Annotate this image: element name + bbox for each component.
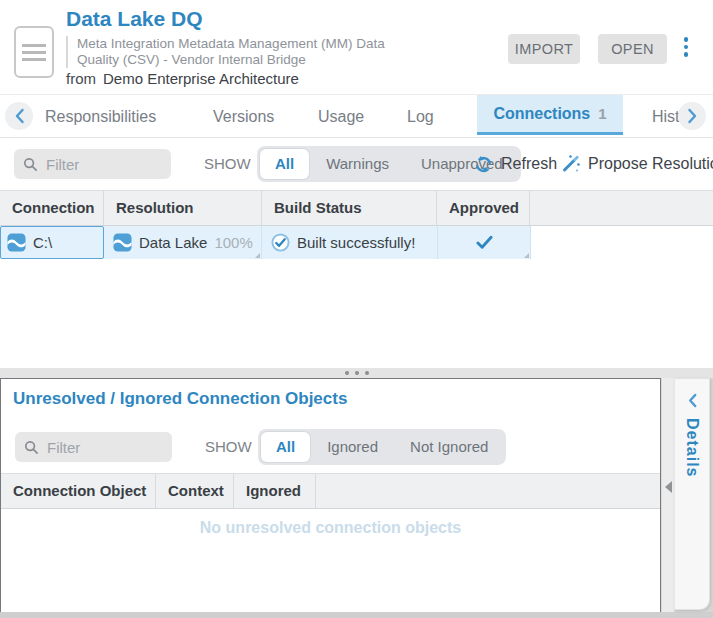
refresh-button[interactable]: Refresh: [474, 138, 557, 190]
unresolved-table-header: Connection Object Context Ignored: [1, 473, 660, 509]
build-status-cell[interactable]: Built successfully!: [262, 226, 438, 259]
approved-cell[interactable]: [438, 226, 531, 259]
search-icon: [23, 157, 38, 172]
segment-not-ignored[interactable]: Not Ignored: [395, 432, 503, 462]
tabs-scroll-left-button[interactable]: [5, 102, 33, 130]
horizontal-splitter-handle[interactable]: [0, 368, 713, 378]
refresh-label: Refresh: [501, 155, 557, 173]
import-button[interactable]: IMPORT: [508, 34, 580, 64]
segment-all[interactable]: All: [260, 149, 309, 179]
tab-log[interactable]: Log: [407, 95, 434, 138]
connections-filter-input[interactable]: [46, 156, 162, 173]
resolution-match-percent: 100%: [214, 234, 252, 251]
details-panel-tab[interactable]: Details: [674, 378, 710, 610]
resolution-cell[interactable]: Data Lake 100%: [104, 226, 262, 259]
cell-resize-corner: [255, 253, 260, 258]
connections-table-header: Connection Resolution Build Status Appro…: [0, 190, 713, 226]
resolution-name: Data Lake: [139, 234, 207, 251]
column-header-build-status[interactable]: Build Status: [262, 191, 437, 225]
chevron-right-icon: [687, 108, 698, 124]
unresolved-filter-box[interactable]: [15, 432, 172, 462]
bridge-subtitle: Meta Integration Metadata Management (MM…: [66, 36, 390, 68]
table-row[interactable]: C:\ Data Lake 100% Built successfully!: [0, 226, 531, 259]
search-icon: [24, 440, 39, 455]
magic-wand-icon: [560, 154, 580, 174]
column-header-ignored[interactable]: Ignored: [234, 474, 316, 508]
segment-warnings[interactable]: Warnings: [311, 149, 404, 179]
bottom-edge-strip: [0, 612, 713, 618]
unresolved-objects-panel: Unresolved / Ignored Connection Objects …: [0, 378, 661, 612]
data-lake-connection-icon: [7, 233, 26, 252]
scrollbar-arrow-icon[interactable]: [665, 481, 672, 493]
page-title: Data Lake DQ: [66, 7, 203, 31]
tab-connections[interactable]: Connections 1: [477, 95, 623, 135]
vertical-scrollbar[interactable]: [661, 378, 674, 612]
connection-name: C:\: [33, 234, 52, 251]
app-window: Data Lake DQ Meta Integration Metadata M…: [0, 0, 713, 618]
details-panel-label: Details: [683, 418, 701, 477]
empty-table-message: No unresolved connection objects: [1, 519, 660, 537]
document-icon: [14, 26, 54, 78]
connections-toolbar: SHOW All Warnings Unapproved Refresh: [0, 138, 713, 190]
column-header-filler: [530, 191, 713, 225]
unresolved-filter-input[interactable]: [47, 439, 163, 456]
from-label: from: [66, 70, 96, 87]
tab-bar: Responsibilities Versions Usage Log Conn…: [0, 94, 713, 138]
tab-connections-count-badge: 1: [598, 105, 606, 122]
expand-left-chevron-icon: [686, 393, 699, 408]
chevron-left-icon: [14, 108, 25, 124]
panel-title: Unresolved / Ignored Connection Objects: [13, 389, 347, 409]
tab-usage[interactable]: Usage: [318, 95, 364, 138]
open-button[interactable]: OPEN: [598, 34, 667, 64]
tab-versions[interactable]: Versions: [213, 95, 274, 138]
segment-all[interactable]: All: [261, 432, 310, 462]
show-label: SHOW: [204, 138, 251, 190]
tabs-scroll-right-button[interactable]: [678, 102, 706, 130]
column-header-filler: [316, 474, 660, 508]
connections-filter-box[interactable]: [14, 149, 171, 179]
propose-resolution-button[interactable]: Propose Resolution: [560, 138, 713, 190]
column-header-approved[interactable]: Approved: [437, 191, 530, 225]
column-header-connection-object[interactable]: Connection Object: [1, 474, 156, 508]
data-lake-resolution-icon: [113, 233, 132, 252]
tab-connections-label: Connections: [493, 105, 590, 123]
connection-cell[interactable]: C:\: [0, 226, 104, 259]
approved-check-icon: [476, 235, 493, 250]
propose-resolution-label: Propose Resolution: [588, 155, 713, 173]
header: Data Lake DQ Meta Integration Metadata M…: [0, 0, 713, 94]
build-status-text: Built successfully!: [297, 234, 415, 251]
segment-ignored[interactable]: Ignored: [312, 432, 393, 462]
unresolved-toolbar: SHOW All Ignored Not Ignored: [1, 421, 660, 473]
refresh-icon: [474, 155, 493, 174]
show-label: SHOW: [205, 421, 252, 473]
built-success-icon: [271, 233, 290, 252]
source-model-link[interactable]: Demo Enterprise Architecture: [103, 70, 299, 87]
column-header-resolution[interactable]: Resolution: [104, 191, 262, 225]
column-header-context[interactable]: Context: [156, 474, 234, 508]
unresolved-show-segments: All Ignored Not Ignored: [258, 429, 506, 465]
source-line: fromDemo Enterprise Architecture: [66, 70, 299, 87]
cell-resize-corner: [524, 253, 529, 258]
tab-responsibilities[interactable]: Responsibilities: [45, 95, 156, 138]
column-header-connection[interactable]: Connection: [0, 191, 104, 225]
more-options-icon[interactable]: [681, 37, 691, 57]
